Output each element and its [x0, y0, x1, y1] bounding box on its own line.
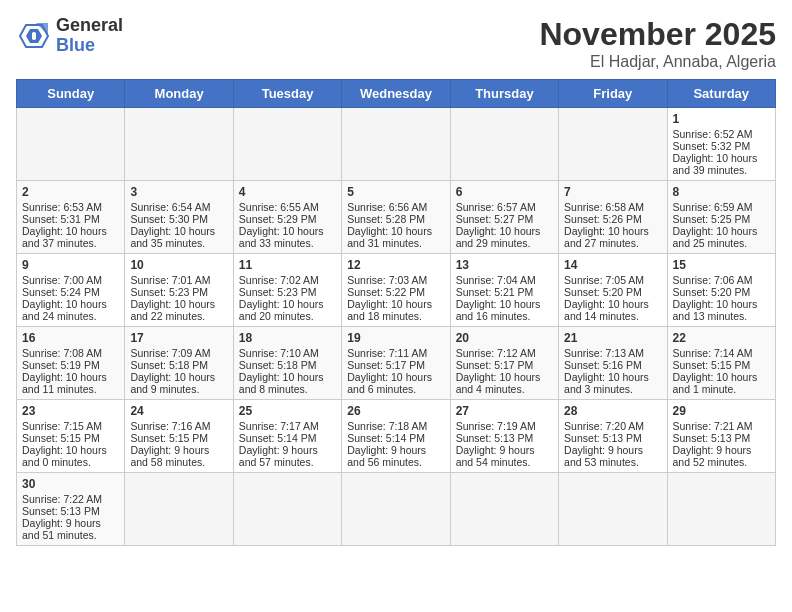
sunset-text: Sunset: 5:17 PM [456, 359, 534, 371]
calendar-cell: 25Sunrise: 7:17 AMSunset: 5:14 PMDayligh… [233, 400, 341, 473]
sunrise-text: Sunrise: 7:17 AM [239, 420, 319, 432]
sunset-text: Sunset: 5:23 PM [130, 286, 208, 298]
day-number: 9 [22, 258, 119, 272]
day-number: 29 [673, 404, 770, 418]
calendar-cell: 18Sunrise: 7:10 AMSunset: 5:18 PMDayligh… [233, 327, 341, 400]
calendar-week-row: 2Sunrise: 6:53 AMSunset: 5:31 PMDaylight… [17, 181, 776, 254]
daylight-text: Daylight: 10 hours and 3 minutes. [564, 371, 649, 395]
sunset-text: Sunset: 5:20 PM [564, 286, 642, 298]
calendar-week-row: 9Sunrise: 7:00 AMSunset: 5:24 PMDaylight… [17, 254, 776, 327]
sunrise-text: Sunrise: 7:10 AM [239, 347, 319, 359]
day-number: 21 [564, 331, 661, 345]
sunset-text: Sunset: 5:32 PM [673, 140, 751, 152]
daylight-text: Daylight: 10 hours and 6 minutes. [347, 371, 432, 395]
day-number: 12 [347, 258, 444, 272]
sunrise-text: Sunrise: 7:16 AM [130, 420, 210, 432]
sunrise-text: Sunrise: 7:05 AM [564, 274, 644, 286]
title-area: November 2025 El Hadjar, Annaba, Algeria [539, 16, 776, 71]
day-number: 5 [347, 185, 444, 199]
sunrise-text: Sunrise: 7:19 AM [456, 420, 536, 432]
sunset-text: Sunset: 5:14 PM [239, 432, 317, 444]
calendar-header-friday: Friday [559, 80, 667, 108]
sunset-text: Sunset: 5:26 PM [564, 213, 642, 225]
daylight-text: Daylight: 10 hours and 22 minutes. [130, 298, 215, 322]
calendar-cell: 1Sunrise: 6:52 AMSunset: 5:32 PMDaylight… [667, 108, 775, 181]
location-title: El Hadjar, Annaba, Algeria [539, 53, 776, 71]
sunset-text: Sunset: 5:30 PM [130, 213, 208, 225]
daylight-text: Daylight: 10 hours and 11 minutes. [22, 371, 107, 395]
sunset-text: Sunset: 5:22 PM [347, 286, 425, 298]
daylight-text: Daylight: 9 hours and 57 minutes. [239, 444, 318, 468]
daylight-text: Daylight: 9 hours and 51 minutes. [22, 517, 101, 541]
calendar-cell: 9Sunrise: 7:00 AMSunset: 5:24 PMDaylight… [17, 254, 125, 327]
sunset-text: Sunset: 5:27 PM [456, 213, 534, 225]
calendar-cell: 17Sunrise: 7:09 AMSunset: 5:18 PMDayligh… [125, 327, 233, 400]
day-number: 2 [22, 185, 119, 199]
calendar-cell: 24Sunrise: 7:16 AMSunset: 5:15 PMDayligh… [125, 400, 233, 473]
calendar-cell: 10Sunrise: 7:01 AMSunset: 5:23 PMDayligh… [125, 254, 233, 327]
sunrise-text: Sunrise: 7:11 AM [347, 347, 427, 359]
daylight-text: Daylight: 10 hours and 16 minutes. [456, 298, 541, 322]
daylight-text: Daylight: 10 hours and 13 minutes. [673, 298, 758, 322]
daylight-text: Daylight: 9 hours and 52 minutes. [673, 444, 752, 468]
sunset-text: Sunset: 5:19 PM [22, 359, 100, 371]
calendar-cell: 7Sunrise: 6:58 AMSunset: 5:26 PMDaylight… [559, 181, 667, 254]
calendar-cell: 26Sunrise: 7:18 AMSunset: 5:14 PMDayligh… [342, 400, 450, 473]
sunrise-text: Sunrise: 7:12 AM [456, 347, 536, 359]
day-number: 23 [22, 404, 119, 418]
calendar-cell [342, 473, 450, 546]
calendar-cell [450, 108, 558, 181]
calendar-cell [559, 108, 667, 181]
calendar-cell [559, 473, 667, 546]
sunrise-text: Sunrise: 7:08 AM [22, 347, 102, 359]
calendar-header-thursday: Thursday [450, 80, 558, 108]
sunset-text: Sunset: 5:20 PM [673, 286, 751, 298]
sunset-text: Sunset: 5:16 PM [564, 359, 642, 371]
sunset-text: Sunset: 5:13 PM [673, 432, 751, 444]
day-number: 19 [347, 331, 444, 345]
daylight-text: Daylight: 10 hours and 39 minutes. [673, 152, 758, 176]
sunset-text: Sunset: 5:23 PM [239, 286, 317, 298]
day-number: 6 [456, 185, 553, 199]
calendar-cell: 29Sunrise: 7:21 AMSunset: 5:13 PMDayligh… [667, 400, 775, 473]
sunrise-text: Sunrise: 6:57 AM [456, 201, 536, 213]
daylight-text: Daylight: 9 hours and 58 minutes. [130, 444, 209, 468]
calendar-cell: 11Sunrise: 7:02 AMSunset: 5:23 PMDayligh… [233, 254, 341, 327]
sunrise-text: Sunrise: 7:22 AM [22, 493, 102, 505]
calendar-header-saturday: Saturday [667, 80, 775, 108]
day-number: 30 [22, 477, 119, 491]
calendar-header-monday: Monday [125, 80, 233, 108]
daylight-text: Daylight: 10 hours and 24 minutes. [22, 298, 107, 322]
sunrise-text: Sunrise: 7:01 AM [130, 274, 210, 286]
calendar-header-tuesday: Tuesday [233, 80, 341, 108]
calendar-cell [125, 473, 233, 546]
sunset-text: Sunset: 5:25 PM [673, 213, 751, 225]
calendar-week-row: 23Sunrise: 7:15 AMSunset: 5:15 PMDayligh… [17, 400, 776, 473]
sunrise-text: Sunrise: 6:53 AM [22, 201, 102, 213]
sunrise-text: Sunrise: 6:56 AM [347, 201, 427, 213]
day-number: 3 [130, 185, 227, 199]
day-number: 1 [673, 112, 770, 126]
sunrise-text: Sunrise: 6:55 AM [239, 201, 319, 213]
day-number: 4 [239, 185, 336, 199]
calendar-table: SundayMondayTuesdayWednesdayThursdayFrid… [16, 79, 776, 546]
calendar-cell: 6Sunrise: 6:57 AMSunset: 5:27 PMDaylight… [450, 181, 558, 254]
sunrise-text: Sunrise: 7:14 AM [673, 347, 753, 359]
day-number: 28 [564, 404, 661, 418]
day-number: 15 [673, 258, 770, 272]
calendar-cell: 21Sunrise: 7:13 AMSunset: 5:16 PMDayligh… [559, 327, 667, 400]
calendar-cell: 20Sunrise: 7:12 AMSunset: 5:17 PMDayligh… [450, 327, 558, 400]
calendar-cell: 3Sunrise: 6:54 AMSunset: 5:30 PMDaylight… [125, 181, 233, 254]
calendar-cell: 27Sunrise: 7:19 AMSunset: 5:13 PMDayligh… [450, 400, 558, 473]
sunrise-text: Sunrise: 7:21 AM [673, 420, 753, 432]
sunset-text: Sunset: 5:28 PM [347, 213, 425, 225]
day-number: 14 [564, 258, 661, 272]
calendar-week-row: 1Sunrise: 6:52 AMSunset: 5:32 PMDaylight… [17, 108, 776, 181]
calendar-cell [342, 108, 450, 181]
calendar-header-sunday: Sunday [17, 80, 125, 108]
sunrise-text: Sunrise: 7:04 AM [456, 274, 536, 286]
daylight-text: Daylight: 10 hours and 20 minutes. [239, 298, 324, 322]
sunrise-text: Sunrise: 7:15 AM [22, 420, 102, 432]
day-number: 8 [673, 185, 770, 199]
daylight-text: Daylight: 9 hours and 54 minutes. [456, 444, 535, 468]
